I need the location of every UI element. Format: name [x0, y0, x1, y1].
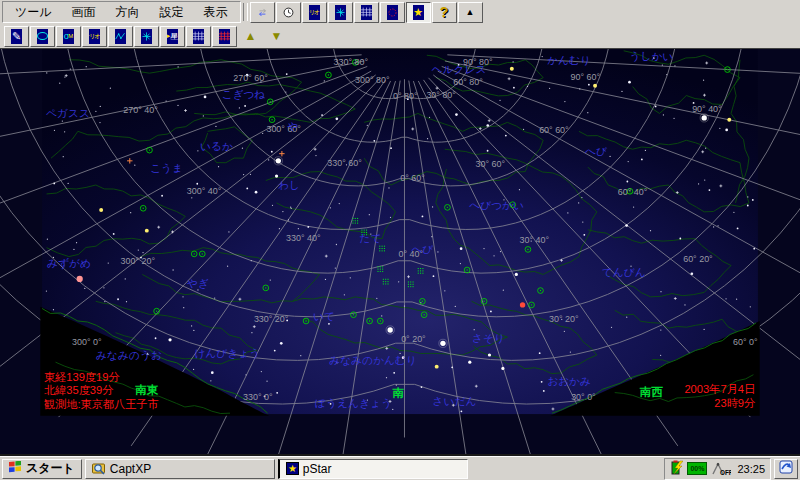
constellation-label: みなみのかんむり [329, 354, 417, 366]
help-button[interactable]: ? [432, 2, 457, 23]
grid-label: 330° 80° [334, 57, 369, 67]
clock-icon [283, 5, 294, 20]
start-button[interactable]: スタート [2, 459, 82, 479]
menu-bar: ツール画面方向設定表示 オリオン★?▲ [0, 0, 800, 24]
scroll-up-button[interactable]: ▲ [238, 26, 263, 47]
swap-arrows-icon [257, 5, 268, 20]
battery-icon[interactable] [670, 460, 683, 477]
task-button-label: pStar [303, 462, 332, 476]
menu-item-4[interactable]: 表示 [194, 2, 238, 23]
constellation-lines-button[interactable] [328, 2, 353, 23]
constellation-label: わし [278, 179, 300, 191]
grid-label: 90° 40° [692, 104, 722, 114]
time-button[interactable] [276, 2, 301, 23]
messier-objects-button[interactable]: σM [56, 26, 81, 47]
star-icon: ★ [413, 5, 424, 20]
swap-view-button[interactable] [250, 2, 275, 23]
olive-up-triangle-icon: ▲ [245, 29, 257, 43]
task-button-pstar[interactable]: ★pStar [278, 459, 468, 479]
constellation-label: みなみのうお [96, 349, 162, 361]
constellation-label: ペガスス [46, 107, 90, 119]
constellation-label: や [287, 120, 298, 132]
constellation-label: いるか [200, 140, 233, 152]
collapse-button[interactable]: ▲ [458, 2, 483, 23]
task-button-captxp[interactable]: CaptXP [85, 459, 275, 479]
magnifier-folder-icon [92, 462, 106, 475]
constellation-label: いて [313, 310, 335, 322]
toolbar-main: オリオン★?▲ [250, 2, 484, 23]
grid-label: 30° 20° [549, 314, 579, 324]
grid-red-button[interactable] [212, 26, 237, 47]
sky-chart[interactable]: 270° 60°270° 40°300° 80°330° 80°0° 80°30… [0, 49, 800, 457]
constellation-label: ぼうえんきょう [315, 397, 392, 409]
menu-item-2[interactable]: 方向 [106, 2, 150, 23]
constellation-label: かんむり [547, 54, 591, 66]
constellation-label: おおかみ [547, 375, 591, 387]
grid-label: 330° 40° [286, 233, 321, 243]
constellation-line-style-button[interactable] [108, 26, 133, 47]
scroll-down-button[interactable]: ▼ [264, 26, 289, 47]
direction-label: 南西 [639, 385, 664, 398]
orion-names-button[interactable]: オリオン [302, 2, 327, 23]
orion-text-icon: オリオン [309, 5, 320, 20]
constellation-cross-button[interactable] [134, 26, 159, 47]
constellation-label: ヘルクレス [432, 63, 487, 75]
grid-label: 270° 40° [123, 105, 158, 115]
tray-app-button[interactable] [774, 459, 798, 479]
power-meter-icon[interactable]: 00% [687, 462, 707, 475]
grid-label: 300° 20° [121, 256, 156, 266]
menu-item-1[interactable]: 画面 [62, 2, 106, 23]
sky-chart-panel[interactable]: 270° 60°270° 40°300° 80°330° 80°0° 80°30… [0, 48, 800, 456]
svg-text:★: ★ [288, 463, 297, 474]
menu-item-0[interactable]: ツール [5, 2, 62, 23]
windows-logo-icon [9, 461, 22, 476]
constellation-label: たて [359, 232, 381, 244]
grid-label: 300° 40° [187, 186, 222, 196]
constellation-cross-icon [335, 5, 346, 20]
stars-toggle-button[interactable]: ★ [406, 2, 431, 23]
grid-label: 60° 0° [733, 337, 758, 347]
coordinate-grid-button[interactable] [354, 2, 379, 23]
grid-label: 330° 20° [254, 314, 289, 324]
grid-white-button[interactable] [186, 26, 211, 47]
constellation-label: みずがめ [47, 257, 91, 270]
grid-label: 0° 60° [400, 173, 425, 183]
star-window-icon: ★ [286, 462, 299, 475]
constellation-cross-icon [141, 29, 152, 44]
tray-clock[interactable]: 23:25 [735, 463, 765, 475]
status-longitude: 東経139度19分 [44, 371, 120, 383]
toolbar-separator [243, 3, 248, 21]
constellation-label: へびつかい [469, 199, 524, 211]
task-button-label: CaptXP [110, 462, 151, 476]
constellation-label: てんびん [602, 266, 646, 278]
constellation-label: こうま [150, 162, 183, 174]
status-date: 2003年7月4日 [684, 383, 755, 395]
ellipse-tool-button[interactable] [30, 26, 55, 47]
taskbar: スタート CaptXP★pStar 00% OFF 23:25 [0, 456, 800, 480]
blue-window-icon [779, 460, 793, 477]
grid-label: 330° 0° [243, 392, 273, 402]
constellation-label: へび [585, 145, 607, 157]
grid-label: 0° 80° [393, 91, 418, 101]
ellipse-icon [37, 29, 48, 44]
constellation-label: やぎ [187, 277, 209, 289]
constellation-label: さいだん [433, 395, 477, 407]
grid-label: 270° 60° [233, 73, 268, 83]
messier-icon: σM [63, 29, 74, 44]
orion-names-2-button[interactable]: オリオン [82, 26, 107, 47]
grid-label: 0° 20° [401, 334, 426, 344]
grid-white-icon [193, 29, 204, 44]
olive-down-triangle-icon: ▼ [271, 29, 283, 43]
start-label: スタート [26, 460, 75, 477]
antenna-off-icon[interactable]: OFF [711, 462, 731, 476]
pencil-tool-button[interactable]: ✎ [4, 26, 29, 47]
circle-overlay-button[interactable] [380, 2, 405, 23]
black-up-triangle-icon: ▲ [466, 7, 475, 17]
direction-label: 南東 [134, 383, 159, 396]
grid-label: 30° 60° [476, 159, 506, 169]
star-names-button[interactable]: ▸星 [160, 26, 185, 47]
grid-label: 60° 80° [453, 77, 483, 87]
menu-item-3[interactable]: 設定 [150, 2, 194, 23]
red-dashed-circle-icon [387, 5, 398, 20]
grid-label: 60° 60° [539, 125, 569, 135]
